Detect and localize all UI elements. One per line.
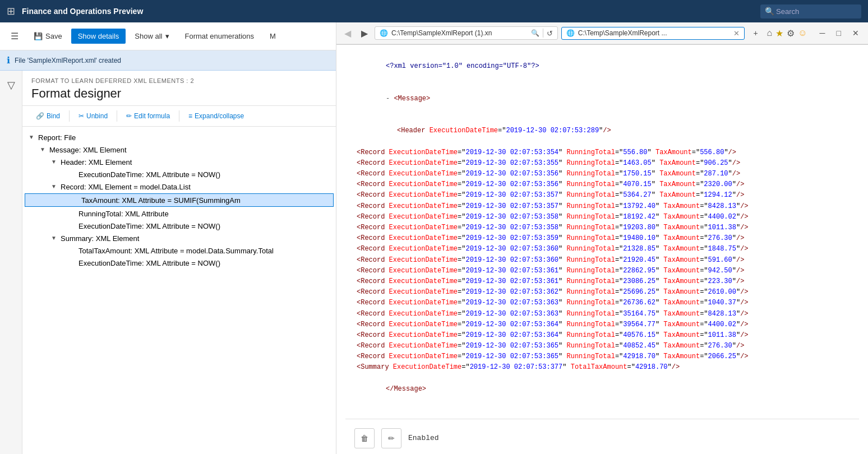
enabled-delete-button[interactable]: 🗑 (354, 428, 375, 448)
xml-record-9: <Record ExecutionDateTime="2019-12-30 02… (345, 233, 859, 244)
xml-record-16: <Record ExecutionDateTime="2019-12-30 02… (345, 309, 859, 319)
tree-arrow (67, 170, 76, 179)
xml-record-2: <Record ExecutionDateTime="2019-12-30 02… (345, 158, 859, 169)
address-bar-icon: 🌐 (380, 29, 388, 37)
xml-record-10: <Record ExecutionDateTime="2019-12-30 02… (345, 244, 859, 254)
new-tab-button[interactable]: + (748, 25, 764, 41)
tree-label: RunningTotal: XML Attribute (79, 210, 169, 218)
home-button[interactable]: ⌂ (767, 28, 773, 38)
command-bar: ☰ 💾 Save Show details Show all ▾ Format … (0, 22, 336, 50)
xml-record-20: <Record ExecutionDateTime="2019-12-30 02… (345, 351, 859, 362)
enabled-field-row: 🗑 ✏ Enabled (354, 428, 850, 448)
format-enumerations-label: Format enumerations (185, 32, 255, 40)
address-bar-text-1: C:\Temp\SampleXmlReport (1).xn (391, 29, 528, 37)
address-bar-1[interactable]: 🌐 C:\Temp\SampleXmlReport (1).xn 🔍 ↺ (375, 26, 558, 40)
tree-arrow[interactable]: ▼ (38, 145, 47, 154)
browser-forward-button[interactable]: ▶ (358, 26, 371, 41)
show-all-button[interactable]: Show all ▾ (128, 29, 176, 44)
star-button[interactable]: ★ (775, 28, 783, 39)
xml-summary: <Summary ExecutionDateTime="2019-12-30 0… (345, 362, 859, 373)
info-bar: ℹ File 'SampleXmlReport.xml' created (0, 50, 336, 71)
xml-declaration-text: <?xml version="1.0" encoding="UTF-8"?> (386, 62, 539, 70)
tree-item[interactable]: ExecutionDateTime: XML Attribute = NOW() (22, 257, 336, 269)
address-bar-2[interactable]: 🌐 C:\Temp\SampleXmlReport ... ✕ (561, 27, 745, 40)
address-refresh-button[interactable]: ↺ (547, 29, 553, 38)
edit-formula-label: Edit formula (134, 112, 170, 120)
maximize-button[interactable]: □ (832, 26, 846, 40)
minimize-button[interactable]: ─ (815, 26, 830, 40)
xml-record-1: <Record ExecutionDateTime="2019-12-30 02… (345, 147, 859, 158)
chevron-down-icon: ▾ (165, 32, 169, 40)
save-button[interactable]: 💾 Save (27, 29, 69, 44)
tree-label: Report: File (38, 133, 76, 142)
enabled-edit-button[interactable]: ✏ (381, 428, 401, 448)
tree-item[interactable]: ExecutionDateTime: XML Attribute = NOW() (22, 220, 336, 232)
xml-collapse-icon[interactable]: - (386, 95, 394, 103)
show-details-button[interactable]: Show details (71, 29, 126, 44)
tree-arrow[interactable]: ▼ (49, 157, 58, 166)
title-bar: ⊞ Finance and Operations Preview 🔍 (0, 0, 868, 22)
tree-item[interactable]: ExecutionDateTime: XML Attribute = NOW() (22, 168, 336, 180)
xml-record-12: <Record ExecutionDateTime="2019-12-30 02… (345, 266, 859, 276)
tree-item[interactable]: ▼ Report: File (22, 131, 336, 143)
xml-record-8: <Record ExecutionDateTime="2019-12-30 02… (345, 223, 859, 233)
tree-label: Summary: XML Element (61, 234, 139, 243)
xml-record-18: <Record ExecutionDateTime="2019-12-30 02… (345, 330, 859, 341)
window-controls: ─ □ ✕ (815, 26, 864, 40)
xml-record-15: <Record ExecutionDateTime="2019-12-30 02… (345, 298, 859, 308)
xml-record-14: <Record ExecutionDateTime="2019-12-30 02… (345, 287, 859, 298)
nav-filter-icon[interactable]: ▽ (1, 75, 21, 95)
designer-subtitle: FORMAT TO LEARN DEFERRED XML ELEMENTS : … (31, 77, 327, 84)
tree-item[interactable]: ▼ Header: XML Element (22, 156, 336, 168)
tree-label-selected: TaxAmount: XML Attribute = SUMIF(Summing… (81, 196, 241, 205)
unbind-icon: ✂ (79, 112, 84, 120)
face-button[interactable]: ☺ (798, 28, 807, 38)
property-panel: 🗑 ✏ Enabled 🗑 (345, 419, 859, 454)
address-search-icon: 🔍 (531, 29, 539, 37)
format-enumerations-button[interactable]: Format enumerations (178, 29, 261, 44)
xml-header-line: <Header ExecutionDateTime="2019-12-30 02… (345, 115, 859, 147)
xml-content: <?xml version="1.0" encoding="UTF-8"?> -… (336, 45, 868, 454)
designer-title: Format designer (31, 86, 327, 101)
designer-area: FORMAT TO LEARN DEFERRED XML ELEMENTS : … (22, 71, 336, 454)
tree-label: Header: XML Element (61, 158, 132, 166)
xml-declaration: <?xml version="1.0" encoding="UTF-8"?> (345, 50, 859, 83)
tree-item[interactable]: RunningTotal: XML Attribute (22, 207, 336, 220)
gear-button[interactable]: ⚙ (787, 28, 795, 39)
tree-label: TotalTaxAmount: XML Attribute = model.Da… (79, 247, 274, 255)
edit-formula-button[interactable]: ✏ Edit formula (122, 109, 174, 123)
xml-record-17: <Record ExecutionDateTime="2019-12-30 02… (345, 319, 859, 330)
designer-header: FORMAT TO LEARN DEFERRED XML ELEMENTS : … (22, 71, 336, 106)
address-bar-close-2[interactable]: ✕ (733, 29, 740, 38)
search-input[interactable] (760, 4, 861, 18)
info-message: File 'SampleXmlReport.xml' created (15, 57, 121, 64)
address-bar-icon-2: 🌐 (566, 29, 575, 37)
bind-button[interactable]: 🔗 Bind (31, 109, 64, 123)
tree-arrow (67, 246, 76, 255)
browser-back-button[interactable]: ◀ (341, 26, 354, 41)
edit-formula-icon: ✏ (126, 112, 132, 120)
expand-collapse-button[interactable]: ≡ Expand/collapse (184, 109, 248, 123)
tree-arrow[interactable]: ▼ (49, 234, 58, 243)
tree-arrow (67, 221, 76, 230)
tree-arrow[interactable]: ▼ (49, 182, 58, 191)
tree-item[interactable]: ▼ Summary: XML Element (22, 232, 336, 244)
save-label: Save (45, 32, 62, 40)
expand-collapse-icon: ≡ (188, 112, 192, 120)
unbind-label: Unbind (86, 112, 108, 120)
info-icon: ℹ (7, 55, 10, 66)
tree-item[interactable]: ▼ Record: XML Element = model.Data.List (22, 180, 336, 193)
tree-item[interactable]: TotalTaxAmount: XML Attribute = model.Da… (22, 244, 336, 257)
save-icon: 💾 (34, 32, 43, 40)
close-button[interactable]: ✕ (848, 26, 864, 40)
enabled-label: Enabled (408, 433, 439, 444)
tree-arrow[interactable]: ▼ (27, 133, 36, 142)
tree-item-selected[interactable]: TaxAmount: XML Attribute = SUMIF(Summing… (25, 193, 334, 207)
app-grid-icon[interactable]: ⊞ (7, 5, 15, 17)
more-button[interactable]: M (263, 29, 283, 44)
hamburger-menu[interactable]: ☰ (4, 26, 25, 47)
tree-label: Record: XML Element = model.Data.List (61, 183, 191, 191)
unbind-button[interactable]: ✂ Unbind (74, 109, 112, 123)
tree-item[interactable]: ▼ Message: XML Element (22, 143, 336, 156)
tree-area: ▼ Report: File ▼ Message: XML Element ▼ … (22, 127, 336, 454)
